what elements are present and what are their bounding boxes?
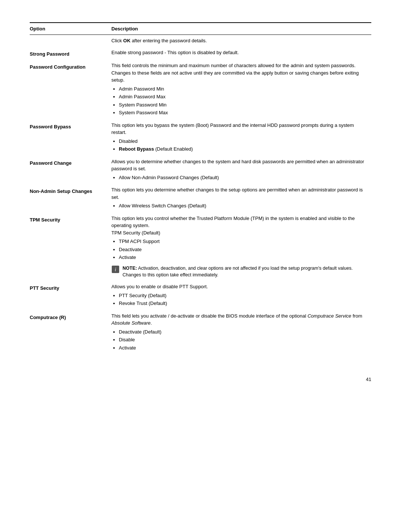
list-item: Reboot Bypass (Default Enabled) bbox=[119, 145, 367, 153]
list-item: Admin Password Min bbox=[119, 85, 367, 93]
note-text: NOTE: Activation, deactivation, and clea… bbox=[123, 265, 367, 279]
note-box: i NOTE: Activation, deactivation, and cl… bbox=[111, 265, 367, 279]
list-item: System Password Max bbox=[119, 109, 367, 116]
desc-cell-intro: Click OK after entering the password det… bbox=[111, 35, 371, 47]
list-item: Deactivate (Default) bbox=[119, 328, 367, 336]
table-row-password-configuration: Password ConfigurationThis field control… bbox=[30, 60, 371, 119]
desc-text-computrace: This field lets you activate / de-activa… bbox=[111, 312, 367, 327]
table-row-intro: Click OK after entering the password det… bbox=[30, 35, 371, 47]
desc-cell-password-configuration: This field controls the minimum and maxi… bbox=[111, 60, 371, 119]
option-header: Option bbox=[30, 23, 111, 35]
page-container: Option Description Click OK after enteri… bbox=[30, 22, 371, 382]
list-item: Allow Non-Admin Password Changes (Defaul… bbox=[119, 174, 367, 181]
desc-cell-computrace: This field lets you activate / de-activa… bbox=[111, 310, 371, 355]
list-item: Disabled bbox=[119, 138, 367, 145]
list-item: Allow Wireless Switch Changes (Default) bbox=[119, 202, 367, 210]
description-header: Description bbox=[111, 23, 371, 35]
desc-text-non-admin-setup-changes: This option lets you determine whether c… bbox=[111, 186, 367, 201]
page-number: 41 bbox=[30, 377, 371, 382]
desc-text-password-bypass: This option lets you bypass the system (… bbox=[111, 122, 367, 136]
desc-cell-ptt-security: Allows you to enable or disable PTT Supp… bbox=[111, 281, 371, 310]
desc-cell-strong-password: Enable strong password - This option is … bbox=[111, 47, 371, 60]
bullet-list-tpm-security: TPM ACPI SupportDeactivateActivate bbox=[119, 238, 367, 261]
option-cell-computrace: Computrace (R) bbox=[30, 310, 111, 355]
main-table: Option Description Click OK after enteri… bbox=[30, 22, 371, 354]
table-row-computrace: Computrace (R)This field lets you activa… bbox=[30, 310, 371, 355]
bullet-list-password-configuration: Admin Password MinAdmin Password MaxSyst… bbox=[119, 85, 367, 116]
option-cell-non-admin-setup-changes: Non-Admin Setup Changes bbox=[30, 184, 111, 213]
list-item: Disable bbox=[119, 336, 367, 344]
bullet-list-password-bypass: DisabledReboot Bypass (Default Enabled) bbox=[119, 138, 367, 153]
list-item: Admin Password Max bbox=[119, 93, 367, 101]
desc-text2-tpm-security: TPM Security (Default) bbox=[111, 229, 367, 237]
list-item: Deactivate bbox=[119, 246, 367, 253]
option-cell-password-configuration: Password Configuration bbox=[30, 60, 111, 119]
desc-cell-non-admin-setup-changes: This option lets you determine whether c… bbox=[111, 184, 371, 213]
list-item: System Password Min bbox=[119, 101, 367, 109]
desc-cell-password-change: Allows you to determine whether changes … bbox=[111, 156, 371, 184]
list-item: Revoke Trust (Default) bbox=[119, 300, 367, 307]
table-row-ptt-security: PTT SecurityAllows you to enable or disa… bbox=[30, 281, 371, 310]
bullet-list-non-admin-setup-changes: Allow Wireless Switch Changes (Default) bbox=[119, 202, 367, 210]
list-item: Activate bbox=[119, 254, 367, 261]
list-item: Activate bbox=[119, 344, 367, 352]
option-cell-intro bbox=[30, 35, 111, 47]
bullet-list-password-change: Allow Non-Admin Password Changes (Defaul… bbox=[119, 174, 367, 181]
table-row-non-admin-setup-changes: Non-Admin Setup ChangesThis option lets … bbox=[30, 184, 371, 213]
desc-text-tpm-security: This option lets you control whether the… bbox=[111, 215, 367, 229]
option-cell-tpm-security: TPM Security bbox=[30, 213, 111, 281]
option-cell-strong-password: Strong Password bbox=[30, 47, 111, 60]
list-item: PTT Security (Default) bbox=[119, 292, 367, 299]
option-cell-password-change: Password Change bbox=[30, 156, 111, 184]
note-icon: i bbox=[111, 265, 120, 273]
bullet-list-computrace: Deactivate (Default)DisableActivate bbox=[119, 328, 367, 352]
desc-text-password-configuration: This field controls the minimum and maxi… bbox=[111, 62, 367, 84]
list-item: TPM ACPI Support bbox=[119, 238, 367, 245]
desc-text-intro: Click OK after entering the password det… bbox=[111, 37, 367, 45]
bullet-list-ptt-security: PTT Security (Default)Revoke Trust (Defa… bbox=[119, 292, 367, 307]
desc-text-ptt-security: Allows you to enable or disable PTT Supp… bbox=[111, 283, 367, 290]
table-row-password-change: Password ChangeAllows you to determine w… bbox=[30, 156, 371, 184]
desc-cell-password-bypass: This option lets you bypass the system (… bbox=[111, 119, 371, 156]
desc-text-password-change: Allows you to determine whether changes … bbox=[111, 158, 367, 173]
table-row-password-bypass: Password BypassThis option lets you bypa… bbox=[30, 119, 371, 156]
table-row-tpm-security: TPM SecurityThis option lets you control… bbox=[30, 213, 371, 281]
svg-text:i: i bbox=[115, 267, 116, 272]
option-cell-ptt-security: PTT Security bbox=[30, 281, 111, 310]
table-row-strong-password: Strong PasswordEnable strong password - … bbox=[30, 47, 371, 60]
desc-text-strong-password: Enable strong password - This option is … bbox=[111, 49, 367, 56]
desc-cell-tpm-security: This option lets you control whether the… bbox=[111, 213, 371, 281]
option-cell-password-bypass: Password Bypass bbox=[30, 119, 111, 156]
